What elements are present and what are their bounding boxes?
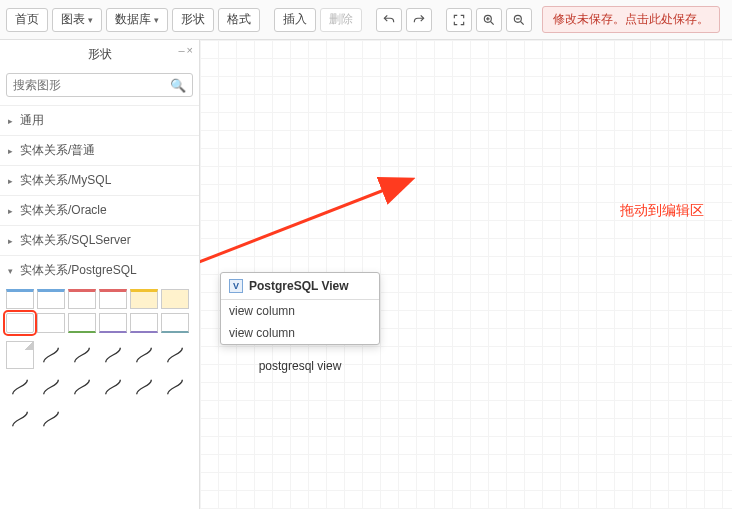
- shape-connector6[interactable]: [6, 373, 34, 401]
- entity-title: PostgreSQL View: [249, 279, 349, 293]
- shape-connector1[interactable]: [37, 341, 65, 369]
- shape-table-blue2[interactable]: [37, 289, 65, 309]
- canvas[interactable]: 拖动到编辑区 V PostgreSQL View view column vie…: [200, 40, 732, 509]
- shape-connector4[interactable]: [130, 341, 158, 369]
- delete-button[interactable]: 删除: [320, 8, 362, 32]
- triangle-right-icon: ▸: [8, 176, 16, 186]
- shape-connector7[interactable]: [37, 373, 65, 401]
- triangle-right-icon: ▸: [8, 146, 16, 156]
- shape-connector8[interactable]: [68, 373, 96, 401]
- shape-connector12[interactable]: [6, 405, 34, 433]
- search-input-wrap: 🔍: [6, 73, 193, 97]
- shape-green[interactable]: [68, 313, 96, 333]
- shape-view2[interactable]: [37, 313, 65, 333]
- shape-connector5[interactable]: [161, 341, 189, 369]
- triangle-down-icon: ▾: [8, 266, 16, 276]
- shape-button[interactable]: 形状: [172, 8, 214, 32]
- shape-connector3[interactable]: [99, 341, 127, 369]
- shape-purple2[interactable]: [130, 313, 158, 333]
- shapes-palette: [0, 285, 199, 337]
- triangle-right-icon: ▸: [8, 206, 16, 216]
- redo-button[interactable]: [406, 8, 432, 32]
- shape-connector9[interactable]: [99, 373, 127, 401]
- category-er-oracle[interactable]: ▸实体关系/Oracle: [0, 195, 199, 225]
- entity-header: V PostgreSQL View: [221, 273, 379, 300]
- shape-table-red[interactable]: [68, 289, 96, 309]
- fullscreen-button[interactable]: [446, 8, 472, 32]
- sidebar-title: 形状: [88, 46, 112, 63]
- shape-connector13[interactable]: [37, 405, 65, 433]
- entity-column: view column: [221, 300, 379, 322]
- entity-caption: postgresql view: [220, 355, 380, 377]
- shape-cyan[interactable]: [161, 313, 189, 333]
- annotation-text: 拖动到编辑区: [620, 202, 704, 220]
- shape-note-yellow[interactable]: [161, 289, 189, 309]
- undo-button[interactable]: [376, 8, 402, 32]
- shape-view-selected[interactable]: [6, 313, 34, 333]
- chevron-down-icon: ▾: [88, 15, 93, 25]
- shape-connector11[interactable]: [161, 373, 189, 401]
- close-icon[interactable]: ×: [187, 44, 193, 56]
- database-dropdown[interactable]: 数据库▾: [106, 8, 168, 32]
- entity-column: view column: [221, 322, 379, 344]
- shape-table-yellow[interactable]: [130, 289, 158, 309]
- shape-sticky-note[interactable]: [6, 341, 34, 369]
- category-er-postgresql[interactable]: ▾实体关系/PostgreSQL: [0, 255, 199, 285]
- zoom-in-button[interactable]: [476, 8, 502, 32]
- shape-connector2[interactable]: [68, 341, 96, 369]
- format-button[interactable]: 格式: [218, 8, 260, 32]
- category-er-common[interactable]: ▸实体关系/普通: [0, 135, 199, 165]
- shape-purple[interactable]: [99, 313, 127, 333]
- view-icon: V: [229, 279, 243, 293]
- insert-button[interactable]: 插入: [274, 8, 316, 32]
- shape-connector10[interactable]: [130, 373, 158, 401]
- chevron-down-icon: ▾: [154, 15, 159, 25]
- shape-table-red2[interactable]: [99, 289, 127, 309]
- search-input[interactable]: [13, 78, 170, 92]
- shape-table-blue[interactable]: [6, 289, 34, 309]
- category-er-mysql[interactable]: ▸实体关系/MySQL: [0, 165, 199, 195]
- triangle-right-icon: ▸: [8, 236, 16, 246]
- search-icon[interactable]: 🔍: [170, 78, 186, 93]
- category-er-sqlserver[interactable]: ▸实体关系/SQLServer: [0, 225, 199, 255]
- home-button[interactable]: 首页: [6, 8, 48, 32]
- unsaved-warning[interactable]: 修改未保存。点击此处保存。: [542, 6, 720, 33]
- triangle-right-icon: ▸: [8, 116, 16, 126]
- entity-view-shape[interactable]: V PostgreSQL View view column view colum…: [220, 272, 380, 345]
- zoom-out-button[interactable]: [506, 8, 532, 32]
- sidebar-header: 形状 – ×: [0, 40, 199, 67]
- category-general[interactable]: ▸通用: [0, 105, 199, 135]
- minimize-icon[interactable]: –: [178, 44, 184, 56]
- chart-dropdown[interactable]: 图表▾: [52, 8, 102, 32]
- toolbar: 首页 图表▾ 数据库▾ 形状 格式 插入 删除 修改未保存。点击此处保存。: [0, 0, 732, 40]
- sidebar: 形状 – × 🔍 ▸通用 ▸实体关系/普通 ▸实体关系/MySQL ▸实体关系/…: [0, 40, 200, 509]
